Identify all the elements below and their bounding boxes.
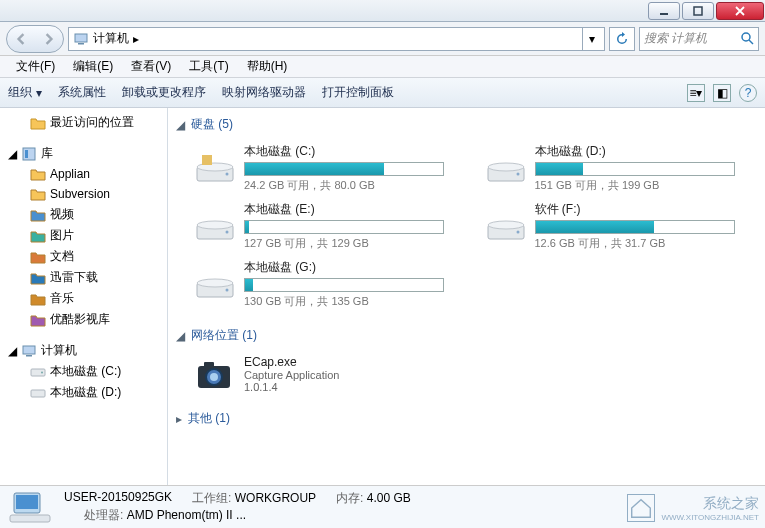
svg-rect-1	[694, 7, 702, 15]
drive-label: 本地磁盘 (D:)	[535, 143, 752, 160]
folder-icon	[30, 166, 46, 182]
address-dropdown[interactable]: ▾	[582, 28, 600, 50]
menu-view[interactable]: 查看(V)	[123, 56, 179, 77]
search-input[interactable]: 搜索 计算机	[639, 27, 759, 51]
drive-space-text: 24.2 GB 可用，共 80.0 GB	[244, 178, 461, 193]
drive-icon	[30, 385, 46, 401]
svg-rect-34	[16, 495, 38, 509]
sidebar-library-item[interactable]: 优酷影视库	[0, 309, 167, 330]
organize-button[interactable]: 组织 ▾	[8, 84, 42, 101]
folder-icon	[30, 228, 46, 244]
collapse-icon[interactable]: ◢	[8, 147, 17, 161]
sidebar-library-item[interactable]: 视频	[0, 204, 167, 225]
house-icon	[627, 494, 655, 522]
sidebar-library-item[interactable]: 迅雷下载	[0, 267, 167, 288]
section-drives-header[interactable]: ◢硬盘 (5)	[176, 112, 757, 137]
sidebar-library-item[interactable]: 文档	[0, 246, 167, 267]
computer-large-icon	[8, 489, 52, 525]
system-properties-button[interactable]: 系统属性	[58, 84, 106, 101]
collapse-icon[interactable]: ◢	[8, 344, 17, 358]
svg-point-31	[210, 373, 218, 381]
folder-icon	[30, 312, 46, 328]
folder-icon	[30, 291, 46, 307]
drive-icon	[194, 205, 236, 247]
svg-rect-2	[75, 34, 87, 42]
forward-icon	[43, 33, 55, 45]
main-area: 最近访问的位置 ◢ 库 ApplianSubversion视频图片文档迅雷下载音…	[0, 108, 765, 486]
svg-rect-35	[10, 515, 50, 522]
nav-back-forward[interactable]	[6, 25, 64, 53]
drive-item[interactable]: 本地磁盘 (C:) 24.2 GB 可用，共 80.0 GB	[194, 143, 461, 193]
drive-usage-bar	[535, 162, 735, 176]
menu-bar: 文件(F) 编辑(E) 查看(V) 工具(T) 帮助(H)	[0, 56, 765, 78]
drive-item[interactable]: 本地磁盘 (E:) 127 GB 可用，共 129 GB	[194, 201, 461, 251]
section-network-header[interactable]: ◢网络位置 (1)	[176, 323, 757, 348]
details-cpu: AMD Phenom(tm) II ...	[127, 508, 246, 522]
svg-point-25	[516, 231, 519, 234]
svg-rect-32	[204, 362, 214, 367]
drive-space-text: 127 GB 可用，共 129 GB	[244, 236, 461, 251]
drive-item[interactable]: 本地磁盘 (D:) 151 GB 可用，共 199 GB	[485, 143, 752, 193]
svg-point-4	[742, 33, 750, 41]
drive-usage-bar	[244, 278, 444, 292]
uninstall-programs-button[interactable]: 卸载或更改程序	[122, 84, 206, 101]
drive-usage-bar	[244, 220, 444, 234]
svg-point-24	[488, 221, 524, 229]
camera-icon	[194, 354, 234, 394]
drive-icon	[194, 147, 236, 189]
maximize-button[interactable]	[682, 2, 714, 20]
sidebar-computer[interactable]: ◢ 计算机	[0, 340, 167, 361]
drive-space-text: 130 GB 可用，共 135 GB	[244, 294, 461, 309]
drive-icon	[30, 364, 46, 380]
search-icon	[741, 32, 754, 45]
sidebar-library-item[interactable]: Applian	[0, 164, 167, 184]
drive-item[interactable]: 本地磁盘 (G:) 130 GB 可用，共 135 GB	[194, 259, 461, 309]
sidebar-library-item[interactable]: 音乐	[0, 288, 167, 309]
svg-point-11	[41, 371, 43, 373]
menu-tools[interactable]: 工具(T)	[181, 56, 236, 77]
svg-rect-6	[23, 148, 35, 160]
svg-point-18	[488, 163, 524, 171]
svg-point-22	[226, 231, 229, 234]
map-drive-button[interactable]: 映射网络驱动器	[222, 84, 306, 101]
svg-rect-9	[26, 355, 32, 357]
folder-icon	[30, 186, 46, 202]
menu-file[interactable]: 文件(F)	[8, 56, 63, 77]
details-workgroup: WORKGROUP	[235, 491, 316, 505]
svg-point-28	[226, 289, 229, 292]
folder-icon	[30, 249, 46, 265]
drive-label: 本地磁盘 (G:)	[244, 259, 461, 276]
menu-help[interactable]: 帮助(H)	[239, 56, 296, 77]
control-panel-button[interactable]: 打开控制面板	[322, 84, 394, 101]
details-memory: 4.00 GB	[367, 491, 411, 505]
command-bar: 组织 ▾ 系统属性 卸载或更改程序 映射网络驱动器 打开控制面板 ≡▾ ◧ ?	[0, 78, 765, 108]
address-bar[interactable]: 计算机▸ ▾	[68, 27, 605, 51]
back-icon	[15, 33, 27, 45]
drive-label: 本地磁盘 (C:)	[244, 143, 461, 160]
drive-item[interactable]: 软件 (F:) 12.6 GB 可用，共 31.7 GB	[485, 201, 752, 251]
drive-label: 软件 (F:)	[535, 201, 752, 218]
chevron-down-icon: ▾	[589, 32, 595, 46]
preview-pane-button[interactable]: ◧	[713, 84, 731, 102]
svg-point-27	[197, 279, 233, 287]
sidebar-libraries[interactable]: ◢ 库	[0, 143, 167, 164]
section-other-header[interactable]: ▸其他 (1)	[176, 406, 757, 431]
help-button[interactable]: ?	[739, 84, 757, 102]
view-mode-button[interactable]: ≡▾	[687, 84, 705, 102]
watermark: 系统之家 WWW.XITONGZHIJIA.NET	[627, 494, 759, 522]
drive-usage-bar	[244, 162, 444, 176]
minimize-button[interactable]	[648, 2, 680, 20]
sidebar-drive-c[interactable]: 本地磁盘 (C:)	[0, 361, 167, 382]
sidebar-library-item[interactable]: Subversion	[0, 184, 167, 204]
sidebar-recent-places[interactable]: 最近访问的位置	[0, 112, 167, 133]
menu-edit[interactable]: 编辑(E)	[65, 56, 121, 77]
close-button[interactable]	[716, 2, 764, 20]
sidebar-drive-d[interactable]: 本地磁盘 (D:)	[0, 382, 167, 403]
refresh-button[interactable]	[609, 27, 635, 51]
sidebar-library-item[interactable]: 图片	[0, 225, 167, 246]
network-item-ecap[interactable]: ECap.exe Capture Application 1.0.1.4	[194, 354, 751, 394]
network-item-desc: Capture Application	[244, 369, 339, 381]
breadcrumb-computer[interactable]: 计算机	[93, 30, 129, 47]
navigation-pane: 最近访问的位置 ◢ 库 ApplianSubversion视频图片文档迅雷下载音…	[0, 108, 168, 485]
search-placeholder: 搜索 计算机	[644, 30, 707, 47]
